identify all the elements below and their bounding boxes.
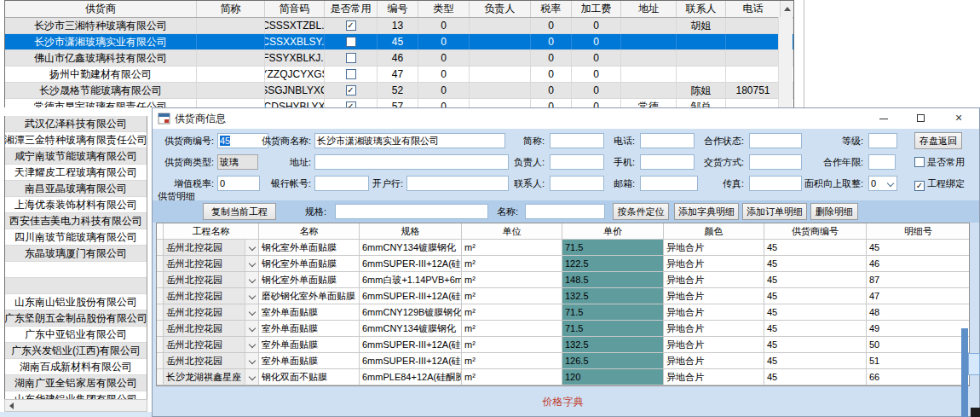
- cell-spec[interactable]: 6mmSUPER-III+12A(硅...: [360, 337, 462, 352]
- cell-pinyin-code[interactable]: CDSHYBLYX: [265, 99, 325, 107]
- add-order-detail-button[interactable]: 添加订单明细: [742, 203, 807, 220]
- price-dictionary-link[interactable]: 价格字典: [156, 395, 970, 409]
- locate-by-condition-button[interactable]: 按条件定位: [613, 203, 669, 220]
- cell-name[interactable]: 钢化双面不贴膜: [259, 369, 360, 385]
- cell-supplier[interactable]: 佛山市亿鑫玻璃科技有限公司: [5, 50, 197, 66]
- supplier-list-hscrollbar[interactable]: [4, 399, 147, 412]
- cell-name[interactable]: 室外单面贴膜: [259, 337, 360, 352]
- row-header[interactable]: [157, 353, 164, 368]
- common-checkbox[interactable]: [346, 85, 356, 96]
- coop-status-input[interactable]: [749, 133, 802, 148]
- save-return-button[interactable]: 存盘返回: [914, 132, 962, 149]
- list-item[interactable]: 山东华建铝业集团有限公司: [5, 391, 147, 399]
- detail-row[interactable]: 岳州北控花园室外单面贴膜6mmSUPER-III+12A(硅...m²126.5…: [157, 353, 969, 369]
- cell-number[interactable]: 52: [378, 83, 418, 98]
- address-input[interactable]: [314, 154, 509, 170]
- cell-spec[interactable]: 6mmSUPER-III+12A(硅...: [360, 256, 462, 271]
- cell-contact[interactable]: [677, 34, 726, 49]
- cell-name[interactable]: 磨砂钢化室外单面贴膜: [259, 288, 360, 304]
- list-item[interactable]: 湖南百成新材料有限公司: [5, 359, 147, 375]
- cell-process-fee[interactable]: 0: [572, 99, 621, 107]
- spec-filter-input[interactable]: [335, 204, 488, 219]
- cell-detail-no[interactable]: 66: [867, 369, 970, 385]
- cell-unit[interactable]: m²: [462, 321, 562, 336]
- supplier-name-input[interactable]: 长沙市潇湘玻璃实业有限公司: [314, 133, 505, 148]
- cell-supplier-no[interactable]: 45: [764, 337, 867, 352]
- cell-tax-rate[interactable]: 0: [531, 34, 572, 49]
- cell-type[interactable]: 0: [418, 18, 470, 33]
- cell-unit[interactable]: m²: [462, 288, 562, 304]
- combo-arrow-button[interactable]: [245, 321, 258, 336]
- list-item[interactable]: 咸宁南玻节能玻璃有限公司: [5, 148, 147, 165]
- cell-short-name[interactable]: [197, 34, 265, 49]
- cell-detail-no[interactable]: 45: [867, 240, 970, 255]
- cell-color[interactable]: 异地合片: [664, 256, 764, 271]
- cell-manager[interactable]: [470, 34, 531, 49]
- cell-process-fee[interactable]: 0: [572, 18, 621, 33]
- common-checkbox[interactable]: [346, 37, 356, 47]
- cell-unit[interactable]: m²: [462, 272, 562, 287]
- detail-row[interactable]: 长沙龙湖祺鑫星座钢化双面不贴膜6mmPLE84+12A(硅酮胶...m²120异…: [157, 369, 969, 385]
- cell-is-common[interactable]: [325, 50, 378, 66]
- cell-tax-rate[interactable]: 0: [531, 18, 572, 33]
- cell-address[interactable]: [621, 67, 677, 82]
- row-header[interactable]: [157, 337, 164, 352]
- cell-process-fee[interactable]: 0: [572, 67, 621, 82]
- cell-spec[interactable]: 6mmPLE84+12A(硅酮胶...: [360, 369, 462, 385]
- combo-arrow-button[interactable]: [245, 304, 258, 320]
- list-item[interactable]: 天津耀皮工程玻璃有限公司: [5, 165, 147, 181]
- maximize-button[interactable]: [904, 108, 938, 129]
- row-header[interactable]: [157, 304, 164, 320]
- combo-arrow-button[interactable]: [245, 256, 258, 271]
- cell-type[interactable]: 0: [418, 83, 470, 98]
- name-filter-input[interactable]: [525, 204, 605, 219]
- cell-number[interactable]: 46: [378, 50, 418, 66]
- cell-unit[interactable]: m²: [462, 369, 562, 385]
- cell-supplier-no[interactable]: 45: [764, 272, 867, 287]
- combo-arrow-button[interactable]: [245, 337, 258, 352]
- project-combobox[interactable]: 岳州北控花园: [164, 272, 259, 287]
- cell-unit[interactable]: m²: [462, 240, 562, 255]
- cell-process-fee[interactable]: 0: [572, 34, 621, 49]
- dialog-titlebar[interactable]: 供货商信息 ×: [153, 108, 979, 129]
- cell-process-fee[interactable]: 0: [572, 50, 621, 66]
- cell-price[interactable]: 148.5: [562, 272, 664, 287]
- cell-detail-no[interactable]: 87: [867, 272, 970, 287]
- project-combobox[interactable]: 岳州北控花园: [164, 256, 259, 271]
- cell-price[interactable]: 126.5: [562, 353, 664, 368]
- combo-arrow-button[interactable]: [245, 240, 258, 255]
- row-header[interactable]: [157, 256, 164, 271]
- project-combobox[interactable]: 岳州北控花园: [164, 288, 259, 304]
- grid-row[interactable]: 长沙市潇湘玻璃实业有限公司CSSXXBLSY..45000: [5, 34, 793, 50]
- cell-pinyin-code[interactable]: CSSGJNBLYXGS: [265, 83, 325, 98]
- cell-phone[interactable]: [726, 18, 781, 33]
- copy-project-button[interactable]: 复制当前工程: [203, 203, 276, 220]
- cell-is-common[interactable]: [325, 99, 378, 107]
- cell-process-fee[interactable]: 0: [572, 83, 621, 98]
- cell-color[interactable]: 异地合片: [664, 353, 764, 368]
- cell-unit[interactable]: m²: [462, 304, 562, 320]
- cell-address[interactable]: [621, 50, 677, 66]
- list-item[interactable]: 东晶玻璃厦门有限公司: [5, 246, 147, 262]
- cell-supplier-no[interactable]: 45: [764, 321, 867, 336]
- cell-address[interactable]: [621, 83, 677, 98]
- detail-row[interactable]: 岳州北控花园磨砂钢化室外单面贴膜6mmSUPER-III+12A(硅...m²1…: [157, 288, 969, 304]
- delivery-input[interactable]: [749, 154, 802, 170]
- row-header[interactable]: [157, 288, 164, 304]
- area-round-combobox[interactable]: 0: [868, 176, 897, 191]
- cell-manager[interactable]: [470, 67, 531, 82]
- project-combobox[interactable]: 岳州北控花园: [164, 353, 259, 368]
- cell-tax-rate[interactable]: 0: [531, 99, 572, 107]
- cell-price[interactable]: 132.5: [562, 337, 664, 352]
- cell-supplier[interactable]: 扬州中勤建材有限公司: [5, 67, 197, 82]
- cell-contact[interactable]: 邹总: [677, 99, 726, 107]
- cell-short-name[interactable]: [197, 18, 265, 33]
- cell-color[interactable]: 异地合片: [664, 272, 764, 287]
- grid-row[interactable]: 扬州中勤建材有限公司YZZQJCYXGS47000: [5, 67, 793, 83]
- cell-name[interactable]: 室外单面贴膜: [259, 353, 360, 368]
- cell-type[interactable]: 0: [418, 67, 470, 82]
- cell-short-name[interactable]: [197, 50, 265, 66]
- detail-row[interactable]: 岳州北控花园钢化室外单面贴膜6mmSUPER-III+12A(硅...m²122…: [157, 256, 969, 272]
- cell-color[interactable]: 异地合片: [664, 337, 764, 352]
- list-item[interactable]: [5, 262, 147, 278]
